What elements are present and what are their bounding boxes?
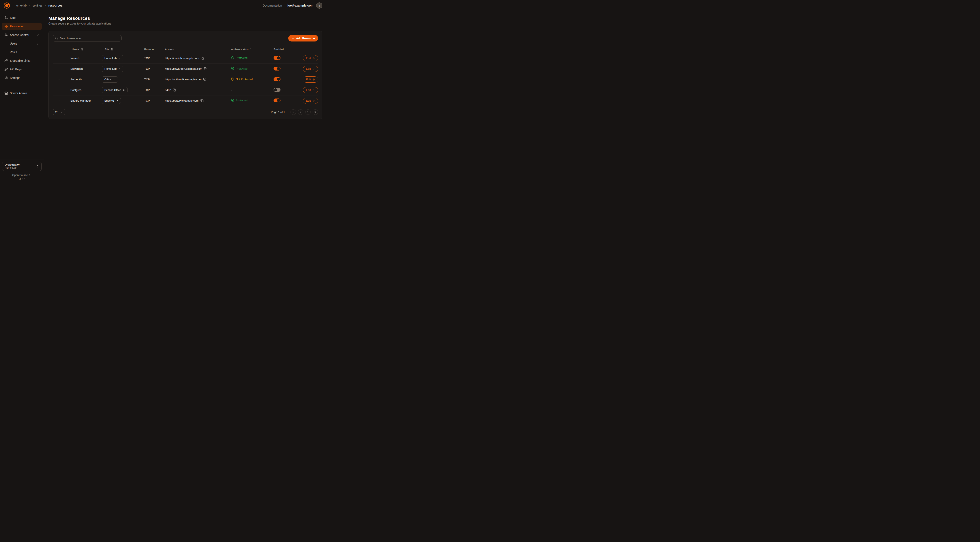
copy-button[interactable] <box>201 57 204 60</box>
row-menu-button[interactable] <box>56 87 62 93</box>
sidebar-item-roles[interactable]: Roles <box>2 48 42 56</box>
ellipsis-icon <box>57 99 60 102</box>
pangolin-logo[interactable] <box>3 2 10 9</box>
arrow-up-right-icon <box>118 57 121 59</box>
key-icon <box>5 68 8 71</box>
site-link-button[interactable]: Home Lab <box>102 55 123 61</box>
arrow-up-right-icon <box>113 78 115 81</box>
row-menu-button[interactable] <box>56 66 62 72</box>
site-link-button[interactable]: Office <box>102 77 118 83</box>
site-link-button[interactable]: Edge 01 <box>102 98 121 104</box>
edit-button[interactable]: Edit <box>303 98 318 104</box>
user-email[interactable]: joe@example.com <box>288 4 313 7</box>
column-header-authentication[interactable]: Authentication <box>231 48 274 51</box>
copy-button[interactable] <box>204 67 207 70</box>
resource-name: Immich <box>70 57 102 60</box>
previous-page-button[interactable] <box>298 109 303 115</box>
site-link-button[interactable]: Second Office <box>102 87 128 93</box>
sidebar-divider <box>2 86 41 86</box>
first-page-button[interactable] <box>291 109 296 115</box>
column-header-site[interactable]: Site <box>102 48 144 51</box>
pagination: 20 Page 1 of 1 <box>53 109 318 115</box>
column-label: Enabled <box>274 48 284 51</box>
search-input[interactable] <box>53 35 122 41</box>
enabled-toggle[interactable] <box>274 67 280 70</box>
sidebar-item-access-control[interactable]: Access Control <box>2 31 42 38</box>
edit-button[interactable]: Edit <box>303 87 318 93</box>
copy-button[interactable] <box>200 99 204 102</box>
sidebar-item-api-keys[interactable]: API Keys <box>2 65 42 73</box>
auth-label: Protected <box>236 67 248 70</box>
chevron-right-icon <box>36 42 39 45</box>
site-name: Second Office <box>104 89 121 92</box>
edit-button[interactable]: Edit <box>303 77 318 83</box>
arrow-right-icon <box>312 78 315 81</box>
site-link-button[interactable]: Home Lab <box>102 66 123 72</box>
table-row: Postgres Second Office TCP 5432 - Edit <box>53 85 318 96</box>
gear-icon <box>5 76 8 80</box>
avatar[interactable]: J <box>316 2 322 9</box>
page-info: Page 1 of 1 <box>271 110 285 114</box>
column-header-name[interactable]: Name <box>70 48 102 51</box>
documentation-link[interactable]: Documentation <box>263 4 282 7</box>
sort-icon <box>250 48 253 51</box>
sidebar-item-resources[interactable]: Resources <box>2 23 42 30</box>
copy-button[interactable] <box>203 78 206 81</box>
edit-label: Edit <box>306 89 311 92</box>
auth-status-badge: Protected <box>231 99 248 102</box>
page-title: Manage Resources <box>48 16 322 21</box>
resource-name: Postgres <box>70 89 102 92</box>
table-toolbar: Add Resource <box>53 35 318 41</box>
enabled-toggle[interactable] <box>274 99 280 102</box>
table-row: Bitwarden Home Lab TCP https://bitwarden… <box>53 64 318 74</box>
sidebar-item-label: Access Control <box>10 33 29 37</box>
enabled-toggle[interactable] <box>274 88 280 92</box>
breadcrumb-org[interactable]: home-lab <box>15 4 27 7</box>
sidebar-item-shareable-links[interactable]: Shareable Links <box>2 57 42 64</box>
shield-check-icon <box>231 67 234 70</box>
row-menu-button[interactable] <box>56 98 62 104</box>
page-size-select[interactable]: 20 <box>53 109 65 115</box>
breadcrumb-settings[interactable]: settings <box>32 4 42 7</box>
organization-selector[interactable]: Organization Home Lab <box>2 162 42 171</box>
access-url: 5432 <box>165 89 171 92</box>
toggle-knob <box>274 88 277 91</box>
shield-check-icon <box>231 56 234 59</box>
toggle-knob <box>277 56 280 59</box>
arrow-right-icon <box>312 99 315 102</box>
row-menu-button[interactable] <box>56 77 62 82</box>
users-icon <box>5 33 8 37</box>
sidebar-item-users[interactable]: Users <box>2 40 42 47</box>
search-icon <box>55 37 58 40</box>
chevron-right-icon <box>28 4 31 7</box>
sidebar-item-settings[interactable]: Settings <box>2 74 42 81</box>
column-label: Protocol <box>144 48 154 51</box>
version-label: v1.3.0 <box>2 178 42 181</box>
sidebar-item-server-admin[interactable]: Server Admin <box>2 89 42 97</box>
sidebar-item-sites[interactable]: Sites <box>2 14 42 21</box>
external-link-icon <box>29 174 32 176</box>
row-menu-button[interactable] <box>56 56 62 61</box>
copy-button[interactable] <box>173 89 176 92</box>
last-page-button[interactable] <box>313 109 318 115</box>
column-header-protocol: Protocol <box>144 48 165 51</box>
copy-icon <box>200 99 204 102</box>
chevron-down-icon <box>60 111 63 113</box>
edit-button[interactable]: Edit <box>303 66 318 72</box>
enabled-toggle[interactable] <box>274 77 280 81</box>
open-source-link[interactable]: Open Source <box>2 174 42 177</box>
next-page-button[interactable] <box>305 109 311 115</box>
edit-button[interactable]: Edit <box>303 55 318 61</box>
edit-label: Edit <box>306 67 311 70</box>
site-name: Edge 01 <box>104 99 114 102</box>
sidebar-item-label: API Keys <box>10 68 22 71</box>
column-label: Site <box>105 48 109 51</box>
enabled-toggle[interactable] <box>274 56 280 60</box>
arrow-right-icon <box>312 57 315 60</box>
sidebar-item-label: Sites <box>10 16 16 19</box>
site-name: Home Lab <box>104 67 117 70</box>
sidebar-footer: Organization Home Lab Open Source v1.3.0 <box>0 159 44 181</box>
add-resource-button[interactable]: Add Resource <box>288 35 318 41</box>
organization-label: Organization <box>5 163 20 166</box>
site-name: Home Lab <box>104 57 117 60</box>
